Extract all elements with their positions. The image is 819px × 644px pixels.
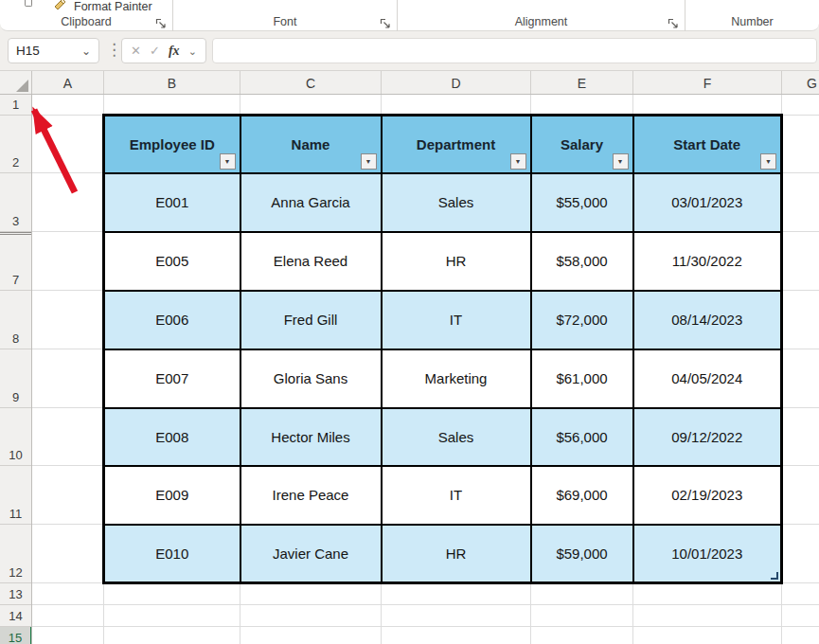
table-row: E009Irene PeaceIT$69,00002/19/2023 <box>104 466 782 525</box>
clipboard-dialog-launcher-icon[interactable] <box>155 16 167 27</box>
row-header-14[interactable]: 14 <box>0 605 31 627</box>
ribbon-area: Format Painter Clipboard Font <box>0 0 819 70</box>
table-cell[interactable]: E008 <box>104 408 240 466</box>
table-cell[interactable]: $72,000 <box>531 291 633 349</box>
formula-controls: ✕ ✓ fx ⌄ <box>121 38 206 63</box>
table-header-cell[interactable]: Name▼ <box>240 116 382 173</box>
row-header-3[interactable]: 3 <box>0 173 31 232</box>
table-cell[interactable]: HR <box>382 525 531 583</box>
column-header-B[interactable]: B <box>104 71 240 95</box>
filter-dropdown-button[interactable]: ▼ <box>613 153 629 170</box>
table-cell[interactable]: IT <box>382 466 531 525</box>
filter-dropdown-button[interactable]: ▼ <box>510 153 526 170</box>
table-cell[interactable]: E006 <box>104 291 240 349</box>
table-cell[interactable]: $69,000 <box>531 466 633 525</box>
row-header-15[interactable]: 15 <box>0 627 32 644</box>
table-cell[interactable]: Javier Cane <box>240 525 382 583</box>
filter-dropdown-button[interactable]: ▼ <box>361 153 377 170</box>
table-cell[interactable]: Anna Garcia <box>240 173 382 232</box>
table-cell[interactable]: Sales <box>382 408 531 466</box>
table-cell[interactable]: Fred Gill <box>240 291 382 349</box>
table-cell[interactable]: E005 <box>104 232 240 291</box>
row-header-1[interactable]: 1 <box>0 95 31 116</box>
group-label-clipboard: Clipboard <box>0 15 172 28</box>
group-label-number: Number <box>685 15 819 28</box>
table-cell[interactable]: $58,000 <box>531 232 633 291</box>
table-cell[interactable]: Gloria Sans <box>240 349 382 408</box>
table-cell[interactable]: $59,000 <box>531 525 633 583</box>
table-cell[interactable]: $55,000 <box>531 173 633 232</box>
ribbon-group-alignment: Alignment <box>398 0 685 31</box>
name-box[interactable]: H15 ⌄ <box>8 38 99 63</box>
cancel-icon[interactable]: ✕ <box>131 44 141 58</box>
sheet-cells-area[interactable]: Employee ID▼Name▼Department▼Salary▼Start… <box>32 95 819 644</box>
gridline <box>32 604 819 605</box>
column-header-G[interactable]: G <box>782 71 819 95</box>
ribbon-group-number: Number <box>685 0 819 31</box>
excel-window: Format Painter Clipboard Font <box>0 0 819 644</box>
table-cell[interactable]: E009 <box>104 466 240 525</box>
group-label-alignment: Alignment <box>398 15 685 28</box>
insert-function-icon[interactable]: fx <box>169 44 180 59</box>
table-cell[interactable]: Marketing <box>382 349 531 408</box>
table-header-cell[interactable]: Employee ID▼ <box>104 116 240 173</box>
name-box-chevron-down-icon[interactable]: ⌄ <box>81 46 91 56</box>
table-cell[interactable]: 08/14/2023 <box>633 291 782 349</box>
formula-bar-grip-icon[interactable]: ⋮ <box>106 40 122 60</box>
row-header-8[interactable]: 8 <box>0 291 31 349</box>
table-cell[interactable]: E007 <box>104 349 240 408</box>
table-cell[interactable]: Sales <box>382 173 531 232</box>
table-cell[interactable]: IT <box>382 291 531 349</box>
filter-dropdown-button[interactable]: ▼ <box>760 153 776 170</box>
table-header-cell[interactable]: Start Date▼ <box>633 116 782 173</box>
filter-dropdown-button[interactable]: ▼ <box>220 153 236 170</box>
table-header-cell[interactable]: Department▼ <box>382 116 531 173</box>
table-cell[interactable]: E001 <box>104 173 240 232</box>
ribbon-group-clipboard: Clipboard <box>0 0 173 31</box>
table-header-label: Salary <box>561 136 603 152</box>
table-cell[interactable]: Hector Miles <box>240 408 382 466</box>
name-box-value: H15 <box>16 44 40 58</box>
row-header-7[interactable]: 7 <box>0 232 31 291</box>
table-cell[interactable]: 09/12/2022 <box>633 408 782 466</box>
table-header-label: Name <box>292 136 330 152</box>
row-header-12[interactable]: 12 <box>0 525 31 583</box>
table-cell[interactable]: 04/05/2024 <box>633 349 782 408</box>
table-cell[interactable]: 11/30/2022 <box>633 232 782 291</box>
table-cell[interactable]: $56,000 <box>531 408 633 466</box>
row-header-13[interactable]: 13 <box>0 583 31 605</box>
enter-icon[interactable]: ✓ <box>150 44 160 58</box>
table-header-label: Employee ID <box>130 136 215 152</box>
table-cell[interactable]: 10/01/2023 <box>633 525 782 583</box>
fx-chevron-down-icon[interactable]: ⌄ <box>188 46 197 56</box>
font-dialog-launcher-icon[interactable] <box>380 16 391 27</box>
ribbon-group-font: Font <box>173 0 398 31</box>
table-cell[interactable]: HR <box>382 232 531 291</box>
ribbon-panel: Format Painter Clipboard Font <box>0 0 819 31</box>
table-cell[interactable]: Elena Reed <box>240 232 382 291</box>
select-all-button[interactable] <box>0 71 32 95</box>
table-header-label: Start Date <box>673 136 740 152</box>
row-header-9[interactable]: 9 <box>0 349 31 408</box>
row-headers: 123789101112131415 <box>0 95 32 644</box>
table-header-cell[interactable]: Salary▼ <box>531 116 633 173</box>
row-header-11[interactable]: 11 <box>0 466 31 525</box>
formula-input[interactable] <box>212 38 817 63</box>
column-header-D[interactable]: D <box>382 71 531 95</box>
column-header-F[interactable]: F <box>633 71 782 95</box>
table-cell[interactable]: Irene Peace <box>240 466 382 525</box>
table-cell[interactable]: $61,000 <box>531 349 633 408</box>
column-header-A[interactable]: A <box>32 71 104 95</box>
table-row: E007Gloria SansMarketing$61,00004/05/202… <box>104 349 782 408</box>
row-header-2[interactable]: 2 <box>0 116 31 173</box>
employee-table: Employee ID▼Name▼Department▼Salary▼Start… <box>102 114 783 584</box>
column-header-C[interactable]: C <box>240 71 382 95</box>
alignment-dialog-launcher-icon[interactable] <box>668 16 679 27</box>
table-cell[interactable]: E010 <box>104 525 240 583</box>
table-cell[interactable]: 03/01/2023 <box>633 173 782 232</box>
row-header-10[interactable]: 10 <box>0 408 31 466</box>
table-cell[interactable]: 02/19/2023 <box>633 466 782 525</box>
column-header-E[interactable]: E <box>531 71 633 95</box>
table-row: E010Javier CaneHR$59,00010/01/2023 <box>104 525 782 583</box>
table-resize-handle[interactable] <box>771 572 778 580</box>
